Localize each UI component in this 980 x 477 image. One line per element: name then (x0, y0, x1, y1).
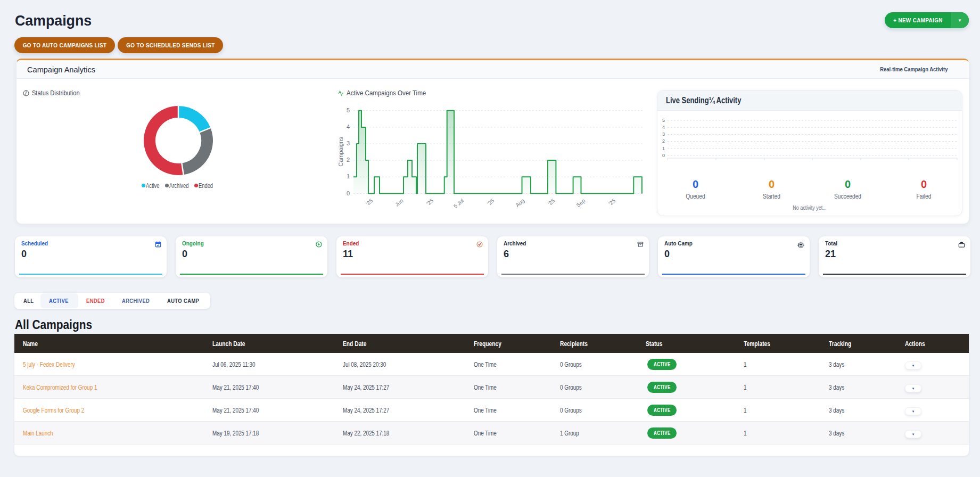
svg-text:'25: '25 (607, 198, 616, 207)
svg-text:2: 2 (662, 138, 665, 144)
svg-text:1: 1 (662, 146, 665, 151)
svg-text:4: 4 (662, 125, 665, 130)
svg-text:5: 5 (347, 107, 350, 113)
svg-text:5: 5 (662, 118, 665, 123)
svg-text:Campaigns: Campaigns (339, 137, 344, 167)
svg-text:'25: '25 (425, 198, 434, 207)
svg-text:4: 4 (347, 124, 350, 130)
svg-text:1: 1 (347, 173, 350, 179)
svg-text:2: 2 (347, 157, 350, 163)
svg-text:3: 3 (662, 131, 665, 137)
svg-text:'25: '25 (365, 198, 374, 207)
svg-text:Jun: Jun (394, 198, 404, 208)
svg-text:Sep: Sep (575, 198, 587, 208)
svg-text:'25: '25 (547, 198, 556, 207)
svg-text:Aug: Aug (515, 198, 526, 208)
svg-text:0: 0 (347, 190, 350, 196)
svg-text:3: 3 (347, 140, 350, 146)
svg-text:5 Jul: 5 Jul (452, 198, 465, 209)
svg-text:'25: '25 (486, 198, 495, 207)
svg-text:0: 0 (662, 153, 665, 158)
